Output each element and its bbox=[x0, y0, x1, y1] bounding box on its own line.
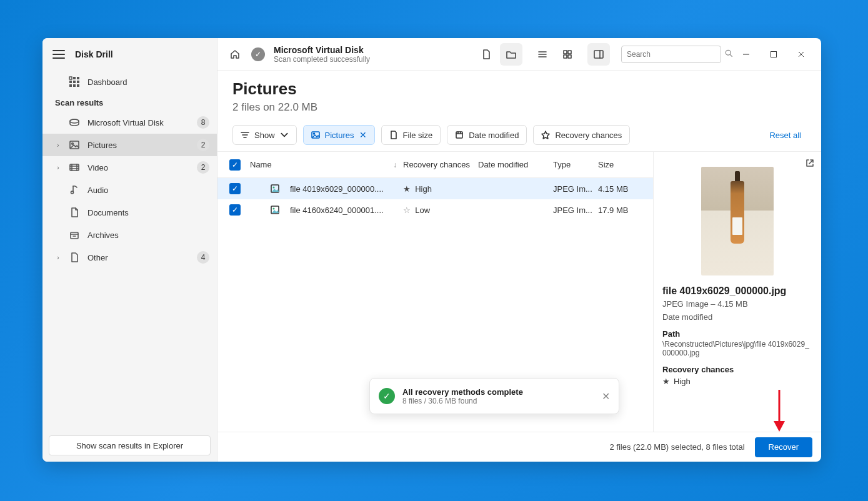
reset-all-link[interactable]: Reset all bbox=[769, 131, 801, 140]
column-type[interactable]: Type bbox=[553, 160, 598, 169]
disk-title: Microsoft Virtual Disk bbox=[274, 45, 370, 55]
clear-filter-icon[interactable]: ✕ bbox=[359, 130, 367, 140]
sidebar-item-pictures[interactable]: › Pictures 2 bbox=[42, 134, 217, 156]
document-icon bbox=[69, 207, 80, 218]
folder-view-button[interactable] bbox=[500, 43, 522, 66]
preview-meta: JPEG Image – 4.15 MB bbox=[662, 299, 812, 309]
sidebar: Disk Drill › Dashboard Scan results › Mi… bbox=[42, 38, 217, 462]
sidebar-item-label: Microsoft Virtual Disk bbox=[87, 118, 189, 127]
column-size[interactable]: Size bbox=[598, 160, 653, 169]
path-value: \Reconstructed\Pictures\jpg\file 4019x60… bbox=[662, 340, 812, 357]
recover-button[interactable]: Recover bbox=[755, 437, 812, 457]
selection-status: 2 files (22.0 MB) selected, 8 files tota… bbox=[610, 442, 745, 452]
svg-rect-24 bbox=[456, 132, 462, 138]
recovery-value: High bbox=[674, 377, 691, 386]
recovery-filter-chip[interactable]: Recovery chances bbox=[533, 125, 630, 145]
file-name: file 4019x6029_000000.... bbox=[290, 184, 384, 194]
show-filter-chip[interactable]: Show bbox=[232, 125, 297, 145]
type-value: JPEG Im... bbox=[553, 206, 598, 215]
type-value: JPEG Im... bbox=[553, 184, 598, 194]
title-block: Microsoft Virtual Disk Scan completed su… bbox=[274, 45, 370, 64]
sidebar-item-dashboard[interactable]: › Dashboard bbox=[42, 71, 217, 93]
chevron-right-icon: › bbox=[55, 254, 61, 261]
sidebar-item-disk[interactable]: › Microsoft Virtual Disk 8 bbox=[42, 111, 217, 134]
column-name[interactable]: Name↓ bbox=[245, 160, 403, 169]
svg-rect-5 bbox=[77, 81, 79, 83]
filesize-filter-chip[interactable]: File size bbox=[381, 125, 441, 145]
document-view-button[interactable] bbox=[475, 43, 497, 66]
star-icon bbox=[541, 131, 550, 139]
page-title: Pictures bbox=[232, 79, 806, 99]
sidebar-item-audio[interactable]: › Audio bbox=[42, 179, 217, 201]
grid-icon bbox=[69, 76, 80, 87]
row-checkbox[interactable]: ✓ bbox=[225, 204, 245, 216]
sidebar-item-label: Dashboard bbox=[87, 77, 209, 87]
content-header: Pictures 2 files on 22.0 MB bbox=[217, 71, 821, 120]
image-file-icon bbox=[269, 184, 281, 194]
search-box[interactable] bbox=[621, 46, 721, 63]
star-outline-icon: ☆ bbox=[403, 206, 411, 215]
svg-rect-14 bbox=[71, 232, 78, 239]
count-badge: 2 bbox=[197, 161, 209, 174]
table-row[interactable]: ✓ file 4019x6029_000000.... ★ High JPEG … bbox=[217, 178, 653, 199]
svg-point-11 bbox=[72, 143, 74, 145]
chip-label: File size bbox=[403, 131, 433, 140]
svg-point-9 bbox=[70, 119, 79, 123]
svg-point-13 bbox=[71, 191, 74, 194]
close-button[interactable] bbox=[787, 42, 815, 67]
sidebar-item-other[interactable]: › Other 4 bbox=[42, 246, 217, 269]
panel-toggle-button[interactable] bbox=[587, 43, 610, 66]
footer: 2 files (22.0 MB) selected, 8 files tota… bbox=[217, 432, 821, 462]
chip-label: Recovery chances bbox=[555, 131, 622, 140]
chevron-down-icon bbox=[280, 131, 289, 139]
star-filled-icon: ★ bbox=[403, 184, 411, 194]
svg-rect-1 bbox=[73, 77, 76, 79]
search-input[interactable] bbox=[627, 50, 721, 59]
sidebar-list: › Dashboard Scan results › Microsoft Vir… bbox=[42, 71, 217, 429]
home-button[interactable] bbox=[224, 43, 246, 66]
document-icon bbox=[389, 131, 398, 139]
column-date[interactable]: Date modified bbox=[478, 160, 553, 169]
sidebar-item-label: Audio bbox=[87, 186, 209, 195]
minimize-button[interactable] bbox=[732, 42, 760, 67]
svg-rect-2 bbox=[77, 77, 79, 79]
show-in-explorer-button[interactable]: Show scan results in Explorer bbox=[49, 435, 211, 455]
recovery-label: Recovery chances bbox=[662, 365, 812, 374]
svg-rect-3 bbox=[69, 81, 72, 83]
main: ✓ Microsoft Virtual Disk Scan completed … bbox=[217, 38, 821, 462]
calendar-icon bbox=[455, 131, 464, 139]
grid-view-button[interactable] bbox=[556, 43, 579, 66]
svg-rect-7 bbox=[73, 84, 76, 87]
sidebar-bottom: Show scan results in Explorer bbox=[42, 429, 217, 462]
datemodified-filter-chip[interactable]: Date modified bbox=[447, 125, 527, 145]
sidebar-item-archives[interactable]: › Archives bbox=[42, 224, 217, 246]
app-title: Disk Drill bbox=[75, 49, 113, 59]
svg-rect-21 bbox=[771, 51, 777, 57]
preview-filename: file 4019x6029_000000.jpg bbox=[662, 285, 812, 297]
sidebar-item-video[interactable]: › Video 2 bbox=[42, 156, 217, 179]
table-row[interactable]: ✓ file 4160x6240_000001.... ☆ Low JPEG I… bbox=[217, 199, 653, 221]
filter-row: Show Pictures ✕ File size Date modified … bbox=[217, 120, 821, 152]
star-filled-icon: ★ bbox=[662, 377, 670, 386]
pictures-filter-chip[interactable]: Pictures ✕ bbox=[303, 125, 375, 145]
count-badge: 4 bbox=[197, 251, 209, 264]
svg-rect-15 bbox=[564, 51, 567, 54]
window-controls bbox=[732, 42, 815, 67]
select-all-checkbox[interactable]: ✓ bbox=[225, 159, 245, 171]
toast-close-icon[interactable]: ✕ bbox=[602, 390, 610, 402]
toast-subtitle: 8 files / 30.6 MB found bbox=[402, 397, 594, 405]
column-recovery[interactable]: Recovery chances bbox=[403, 160, 478, 169]
page-subtitle: 2 files on 22.0 MB bbox=[232, 101, 806, 114]
maximize-button[interactable] bbox=[760, 42, 787, 67]
toast-title: All recovery methods complete bbox=[402, 387, 594, 397]
popout-icon[interactable] bbox=[805, 158, 815, 170]
path-label: Path bbox=[662, 329, 812, 339]
svg-rect-8 bbox=[77, 84, 79, 87]
list-view-button[interactable] bbox=[531, 43, 554, 66]
svg-point-23 bbox=[313, 133, 314, 134]
sidebar-item-documents[interactable]: › Documents bbox=[42, 201, 217, 224]
video-icon bbox=[69, 162, 80, 173]
preview-panel: file 4019x6029_000000.jpg JPEG Image – 4… bbox=[654, 152, 821, 432]
row-checkbox[interactable]: ✓ bbox=[225, 183, 245, 194]
hamburger-icon[interactable] bbox=[52, 50, 65, 59]
